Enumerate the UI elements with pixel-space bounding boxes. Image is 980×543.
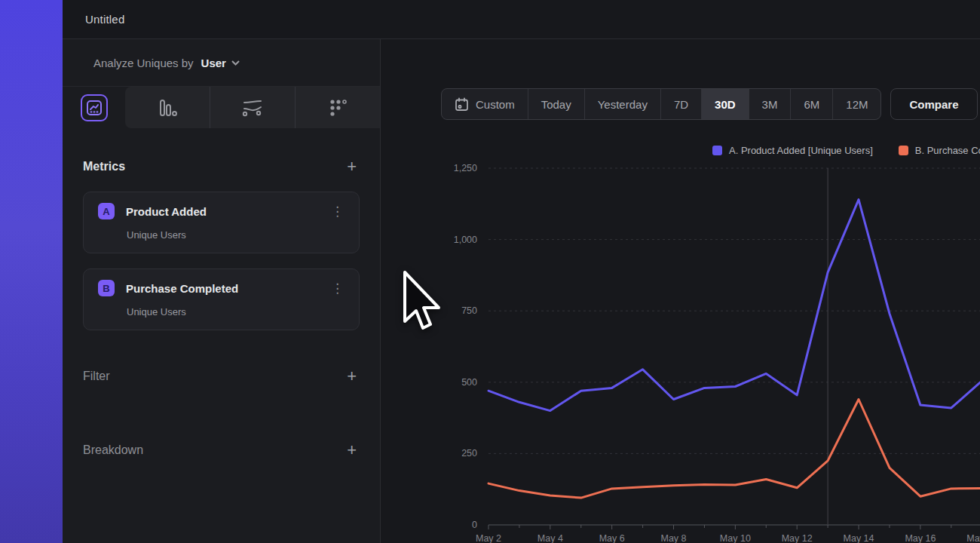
analyze-by-label: Analyze Uniques by (93, 57, 194, 69)
x-axis-label: May 8 (660, 533, 686, 543)
analyze-by-value: User (201, 57, 226, 69)
breakdown-section-header: Breakdown + (63, 440, 380, 460)
chevron-down-icon (231, 60, 240, 66)
kebab-menu-icon[interactable]: ⋮ (328, 282, 347, 295)
range-button-3m[interactable]: 3M (749, 89, 791, 119)
tab-bar-chart[interactable] (125, 87, 210, 128)
line-chart: 02505007501,0001,250May 2May 4May 6May 8… (381, 121, 980, 543)
range-label: Today (541, 98, 571, 111)
query-sidebar: Analyze Uniques by User (63, 39, 381, 543)
calendar-icon (455, 97, 469, 112)
bar-chart-icon (156, 98, 179, 118)
kebab-menu-icon[interactable]: ⋮ (328, 205, 347, 218)
range-label: 30D (715, 98, 736, 111)
analyze-by-row: Analyze Uniques by User (63, 39, 380, 87)
series-line (488, 200, 980, 411)
add-breakdown-button[interactable]: + (344, 440, 360, 460)
metric-name: Product Added (126, 205, 328, 218)
range-button-7d[interactable]: 7D (660, 89, 701, 119)
metric-card[interactable]: BPurchase Completed⋮Unique Users (83, 268, 360, 330)
app-screenshot: Untitled Analyze Uniques by User (0, 0, 980, 543)
analytics-app-window: Untitled Analyze Uniques by User (63, 0, 980, 543)
x-axis-label: May 10 (720, 533, 751, 543)
y-axis-label: 1,250 (454, 163, 477, 173)
x-axis-label: May 4 (537, 533, 563, 543)
add-metric-button[interactable]: + (344, 157, 360, 176)
chart-panel: CustomTodayYesterday7D30D3M6M12M Compare… (381, 39, 980, 543)
y-axis-label: 1,000 (454, 235, 477, 245)
filter-title: Filter (83, 370, 110, 383)
breakdown-title: Breakdown (83, 443, 143, 457)
x-axis-label: May 12 (782, 533, 813, 543)
tab-line-chart[interactable] (63, 87, 125, 128)
filter-section-header: Filter + (63, 367, 380, 386)
range-label: 3M (762, 98, 778, 111)
metric-measure: Unique Users (127, 306, 347, 318)
x-axis-label: May 2 (476, 533, 501, 543)
range-button-today[interactable]: Today (528, 89, 584, 119)
y-axis-label: 500 (461, 377, 477, 388)
date-range-toolbar: CustomTodayYesterday7D30D3M6M12M Compare (441, 88, 978, 120)
line-chart-icon (81, 94, 108, 121)
x-axis-label: May 18 (966, 533, 980, 543)
metric-measure: Unique Users (127, 229, 347, 241)
metric-card[interactable]: AProduct Added⋮Unique Users (83, 192, 360, 253)
range-label: Custom (476, 98, 515, 111)
metric-badge: B (98, 280, 115, 296)
x-axis-label: May 14 (844, 533, 874, 543)
range-button-custom[interactable]: Custom (442, 89, 528, 119)
grid-dots-icon (327, 97, 348, 118)
date-range-segmented-control: CustomTodayYesterday7D30D3M6M12M (441, 88, 881, 120)
range-label: 7D (674, 98, 688, 111)
analyze-by-dropdown[interactable]: User (201, 57, 240, 69)
top-bar: Untitled (63, 0, 980, 39)
metric-name: Purchase Completed (126, 282, 328, 295)
add-filter-button[interactable]: + (344, 367, 360, 386)
flow-icon (241, 98, 264, 118)
y-axis-label: 0 (472, 520, 477, 530)
chart-type-tabs (63, 87, 380, 128)
range-button-30d[interactable]: 30D (701, 89, 749, 119)
range-button-12m[interactable]: 12M (832, 89, 880, 119)
tab-grid[interactable] (295, 87, 380, 128)
metric-badge: A (98, 203, 115, 219)
metric-card-list: AProduct Added⋮Unique UsersBPurchase Com… (63, 192, 380, 330)
range-label: Yesterday (598, 98, 648, 111)
range-label: 12M (846, 98, 868, 111)
series-line (488, 400, 980, 499)
x-axis-label: May 16 (905, 533, 936, 543)
range-label: 6M (804, 98, 819, 111)
range-button-6m[interactable]: 6M (790, 89, 832, 119)
background-gradient (0, 0, 63, 543)
x-axis-label: May 6 (599, 533, 625, 543)
y-axis-label: 750 (461, 305, 477, 316)
metrics-title: Metrics (83, 160, 125, 173)
tab-flow[interactable] (210, 87, 295, 128)
y-axis-label: 250 (461, 448, 477, 459)
compare-button[interactable]: Compare (890, 88, 977, 120)
range-button-yesterday[interactable]: Yesterday (584, 89, 660, 119)
metrics-section-header: Metrics + (63, 157, 380, 176)
document-title: Untitled (85, 13, 124, 26)
chart-type-tab-group (125, 87, 380, 128)
